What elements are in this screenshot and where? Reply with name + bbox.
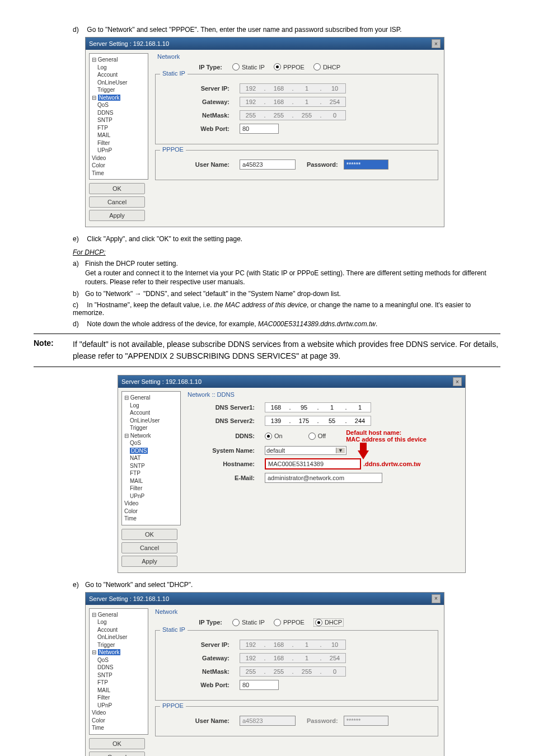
label-webport: Web Port: bbox=[162, 125, 240, 132]
tree-time[interactable]: Time bbox=[92, 170, 147, 177]
input-email[interactable]: administrator@network.com bbox=[265, 473, 382, 483]
dhcp-c-text: In "Hostname", keep the default value, i… bbox=[73, 301, 471, 317]
step-letter-e: e) bbox=[73, 235, 85, 243]
tree-ftp[interactable]: FTP bbox=[97, 124, 147, 132]
tree-general[interactable]: General bbox=[98, 57, 118, 63]
dhcp-step-b: b)Go to "Network" → "DDNS", and select "… bbox=[73, 290, 500, 298]
input-hostname[interactable]: MAC000E53114389 bbox=[265, 458, 361, 469]
ok-button-3[interactable]: OK bbox=[89, 738, 145, 749]
input-netmask: 255.255.255.0 bbox=[240, 110, 346, 120]
tree-ddns-sel[interactable]: DDNS bbox=[130, 448, 148, 454]
input-username-3: a45823 bbox=[240, 716, 296, 726]
group-title-pppoe: PPPOE bbox=[160, 146, 186, 153]
radio-pppoe-3[interactable]: PPPOE bbox=[274, 619, 305, 626]
input-password-3: ****** bbox=[344, 716, 388, 726]
step-e-text: Click "Apply", and click "OK" to exit th… bbox=[87, 235, 242, 243]
tree-pane-3: ⊟ General Log Account OnLineUser Trigger… bbox=[89, 608, 148, 735]
radio-pppoe[interactable]: PPPOE bbox=[274, 63, 305, 71]
step-d-text: Go to "Network" and select "PPPOE". Then… bbox=[87, 26, 401, 34]
dhcp-step-e: e)Go to "Network" and select "DHCP". bbox=[73, 581, 500, 589]
input-webport[interactable]: 80 bbox=[240, 124, 279, 134]
window-titlebar-3: Server Setting : 192.168.1.10 × bbox=[86, 593, 444, 605]
note-text: If "default" is not available, please su… bbox=[73, 339, 500, 362]
cancel-button-2[interactable]: Cancel bbox=[121, 542, 177, 553]
input-webport-3[interactable]: 80 bbox=[240, 680, 279, 690]
tree-network[interactable]: Network bbox=[98, 95, 121, 101]
group-static-ip: Static IP Server IP: 192.168.1.10 Gatewa… bbox=[155, 74, 438, 144]
cancel-button-3[interactable]: Cancel bbox=[89, 752, 145, 756]
panel-heading-network: Network bbox=[155, 53, 438, 60]
radio-on[interactable]: On bbox=[265, 433, 283, 440]
label-username: User Name: bbox=[162, 161, 240, 168]
tree-account[interactable]: Account bbox=[97, 71, 147, 79]
label-email: E-Mail: bbox=[188, 475, 265, 481]
step-e-pppoe: e) Click "Apply", and click "OK" to exit… bbox=[73, 235, 500, 243]
tree-log[interactable]: Log bbox=[97, 64, 147, 72]
chevron-down-icon: ▼ bbox=[336, 448, 345, 453]
label-iptype-3: IP Type: bbox=[155, 619, 232, 626]
note-label: Note: bbox=[34, 339, 73, 362]
tree-sntp[interactable]: SNTP bbox=[97, 116, 147, 124]
tree-pane: ⊟ General Log Account OnLineUser Trigger… bbox=[89, 53, 148, 180]
panel-heading-network-3: Network bbox=[155, 608, 438, 615]
label-hostname: Hostname: bbox=[188, 461, 265, 467]
tree-qos[interactable]: QoS bbox=[97, 101, 147, 109]
step-letter-d: d) bbox=[73, 26, 85, 34]
window-title: Server Setting : 192.168.1.10 bbox=[89, 40, 169, 47]
window-title-2: Server Setting : 192.168.1.10 bbox=[121, 378, 202, 385]
tree-trigger[interactable]: Trigger bbox=[97, 86, 147, 94]
label-sysname: System Name: bbox=[188, 447, 265, 454]
tree-ddns[interactable]: DDNS bbox=[97, 109, 147, 117]
tree-video[interactable]: Video bbox=[92, 154, 147, 162]
tree-mail[interactable]: MAIL bbox=[97, 132, 147, 139]
dhcp-a-detail: Get a router and connect it to the Inter… bbox=[85, 269, 500, 287]
input-password[interactable]: ****** bbox=[344, 159, 388, 170]
input-dns1[interactable]: 168.95.1.1 bbox=[265, 402, 371, 412]
dhcp-b-text: Go to "Network" → "DDNS", and select "de… bbox=[85, 290, 341, 298]
red-arrow-icon bbox=[358, 450, 369, 459]
tree-pane-2: ⊟ General Log Account OnLineUser Trigger… bbox=[121, 391, 181, 525]
host-suffix: .ddns.dvrtw.com.tw bbox=[363, 461, 420, 467]
close-icon[interactable]: × bbox=[432, 39, 441, 48]
tree-filter[interactable]: Filter bbox=[97, 139, 147, 147]
radio-off[interactable]: Off bbox=[308, 433, 326, 440]
apply-button-2[interactable]: Apply bbox=[121, 556, 177, 567]
tree-color[interactable]: Color bbox=[92, 162, 147, 170]
step-d-pppoe: d) Go to "Network" and select "PPPOE". T… bbox=[73, 26, 500, 34]
label-dns2: DNS Server2: bbox=[188, 417, 265, 424]
window-titlebar: Server Setting : 192.168.1.10 × bbox=[86, 37, 444, 50]
tree-upnp[interactable]: UPnP bbox=[97, 147, 147, 154]
label-gateway: Gateway: bbox=[162, 98, 240, 105]
radio-static[interactable]: Static IP bbox=[232, 63, 265, 71]
close-icon-3[interactable]: × bbox=[432, 594, 441, 603]
screenshot-network-dhcp: Server Setting : 192.168.1.10 × ⊟ Genera… bbox=[85, 592, 444, 756]
select-sysname[interactable]: default▼ bbox=[265, 446, 346, 455]
group-pppoe-3: PPPOE User Name: a45823 Password: ****** bbox=[155, 706, 438, 736]
window-titlebar-2: Server Setting : 192.168.1.10 × bbox=[118, 375, 465, 388]
apply-button[interactable]: Apply bbox=[89, 210, 145, 221]
ok-button-2[interactable]: OK bbox=[121, 529, 177, 540]
label-netmask: NetMask: bbox=[162, 112, 240, 119]
ok-button[interactable]: OK bbox=[89, 183, 145, 194]
window-title-3: Server Setting : 192.168.1.10 bbox=[89, 595, 169, 602]
label-ddns: DDNS: bbox=[188, 433, 265, 439]
close-icon-2[interactable]: × bbox=[453, 377, 462, 386]
label-dns1: DNS Server1: bbox=[188, 404, 265, 411]
dhcp-a-text: Finish the DHCP router setting. bbox=[85, 260, 178, 267]
radio-dhcp-3[interactable]: DHCP bbox=[313, 618, 344, 627]
default-host-hint: Default host name: MAC address of this d… bbox=[346, 429, 427, 443]
input-username[interactable]: a45823 bbox=[240, 159, 296, 170]
dhcp-d-text: Note down the whole address of the devic… bbox=[87, 320, 377, 328]
radio-static-3[interactable]: Static IP bbox=[232, 619, 265, 626]
label-serverip: Server IP: bbox=[162, 85, 240, 92]
panel-heading-ddns: Network :: DDNS bbox=[188, 391, 460, 398]
dhcp-step-c: c) In "Hostname", keep the default value… bbox=[73, 301, 500, 317]
note-box: Note: If "default" is not available, ple… bbox=[34, 334, 500, 367]
tree-online[interactable]: OnLineUser bbox=[97, 79, 147, 87]
group-static-ip-3: Static IP Server IP: 192.168.1.10 Gatewa… bbox=[155, 630, 438, 701]
radio-dhcp[interactable]: DHCP bbox=[313, 63, 340, 71]
screenshot-ddns: Server Setting : 192.168.1.10 × ⊟ Genera… bbox=[118, 375, 466, 573]
input-dns2[interactable]: 139.175.55.244 bbox=[265, 416, 371, 426]
screenshot-network-pppoe: Server Setting : 192.168.1.10 × ⊟ Genera… bbox=[85, 37, 444, 227]
cancel-button[interactable]: Cancel bbox=[89, 196, 145, 208]
